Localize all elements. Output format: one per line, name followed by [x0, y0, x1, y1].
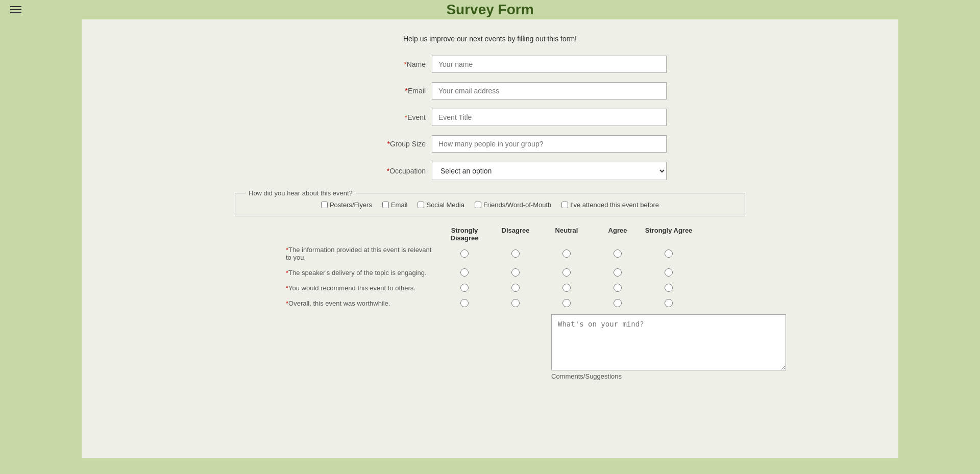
- form-container: Help us improve our next events by filli…: [82, 19, 898, 458]
- q2-neutral[interactable]: [562, 268, 571, 277]
- checkbox-email-input[interactable]: [382, 202, 389, 208]
- occupation-row: *Occupation Select an option Student Emp…: [102, 162, 878, 180]
- q3-neutral[interactable]: [562, 284, 571, 292]
- checkbox-posters-input[interactable]: [321, 202, 328, 208]
- rating-header-disagree: Disagree: [490, 227, 541, 242]
- rating-question-1-options: [439, 250, 694, 258]
- rating-header-agree: Agree: [592, 227, 643, 242]
- rating-question-1: *The information provided at this event …: [286, 246, 694, 261]
- checkbox-social[interactable]: Social Media: [418, 201, 464, 209]
- rating-question-4-options: [439, 299, 694, 307]
- q1-disagree[interactable]: [511, 250, 520, 258]
- q4-strongly-agree[interactable]: [665, 299, 673, 307]
- q2-strongly-agree[interactable]: [665, 268, 673, 277]
- q4-neutral[interactable]: [562, 299, 571, 307]
- q3-strongly-disagree[interactable]: [460, 284, 469, 292]
- rating-headers: Strongly Disagree Disagree Neutral Agree…: [439, 227, 694, 242]
- q1-strongly-disagree[interactable]: [460, 250, 469, 258]
- rating-header-strongly-disagree: Strongly Disagree: [439, 227, 490, 242]
- hear-about-legend: How did you hear about this event?: [246, 189, 356, 197]
- checkbox-friends[interactable]: Friends/Word-of-Mouth: [475, 201, 551, 209]
- menu-icon[interactable]: [10, 6, 21, 13]
- q3-strongly-agree[interactable]: [665, 284, 673, 292]
- rating-header-strongly-agree: Strongly Agree: [643, 227, 694, 242]
- q3-agree[interactable]: [614, 284, 622, 292]
- q2-agree[interactable]: [614, 268, 622, 277]
- name-label: *Name: [313, 60, 426, 68]
- comment-textarea[interactable]: [551, 314, 786, 370]
- q1-agree[interactable]: [614, 250, 622, 258]
- form-subtitle: Help us improve our next events by filli…: [102, 35, 878, 43]
- rating-question-3-options: [439, 284, 694, 292]
- checkboxes-row: Posters/Flyers Email Social Media Friend…: [246, 201, 734, 209]
- rating-question-4: *Overall, this event was worthwhile.: [286, 299, 694, 307]
- q1-strongly-agree[interactable]: [665, 250, 673, 258]
- rating-question-2-options: [439, 268, 694, 277]
- comment-section: [102, 314, 878, 370]
- group-size-label: *Group Size: [313, 140, 426, 148]
- email-row: *Email: [102, 82, 878, 99]
- q2-strongly-disagree[interactable]: [460, 268, 469, 277]
- comment-label-row: Comments/Suggestions: [102, 372, 878, 380]
- q4-disagree[interactable]: [511, 299, 520, 307]
- rating-header-neutral: Neutral: [541, 227, 592, 242]
- email-label: *Email: [313, 87, 426, 95]
- group-size-input[interactable]: [432, 135, 667, 153]
- occupation-select[interactable]: Select an option Student Employee Freela…: [432, 162, 667, 180]
- email-input[interactable]: [432, 82, 667, 99]
- checkbox-social-input[interactable]: [418, 202, 424, 208]
- rating-question-1-text: *The information provided at this event …: [286, 246, 439, 261]
- q1-neutral[interactable]: [562, 250, 571, 258]
- hear-about-fieldset: How did you hear about this event? Poste…: [235, 189, 745, 216]
- event-row: *Event: [102, 109, 878, 126]
- rating-header-row: Strongly Disagree Disagree Neutral Agree…: [286, 227, 694, 242]
- q4-agree[interactable]: [614, 299, 622, 307]
- rating-table: Strongly Disagree Disagree Neutral Agree…: [286, 227, 694, 307]
- event-input[interactable]: [432, 109, 667, 126]
- checkbox-friends-input[interactable]: [475, 202, 481, 208]
- checkbox-attended[interactable]: I've attended this event before: [561, 201, 659, 209]
- name-input[interactable]: [432, 56, 667, 73]
- rating-question-2: *The speaker's delivery of the topic is …: [286, 268, 694, 277]
- q3-disagree[interactable]: [511, 284, 520, 292]
- checkbox-posters[interactable]: Posters/Flyers: [321, 201, 372, 209]
- comment-label: Comments/Suggestions: [551, 372, 786, 380]
- occupation-label: *Occupation: [313, 167, 426, 175]
- checkbox-attended-input[interactable]: [561, 202, 568, 208]
- rating-question-2-text: *The speaker's delivery of the topic is …: [286, 269, 439, 277]
- q2-disagree[interactable]: [511, 268, 520, 277]
- checkbox-email[interactable]: Email: [382, 201, 408, 209]
- group-size-row: *Group Size: [102, 135, 878, 153]
- q4-strongly-disagree[interactable]: [460, 299, 469, 307]
- event-label: *Event: [313, 113, 426, 121]
- name-row: *Name: [102, 56, 878, 73]
- rating-question-3: *You would recommend this event to other…: [286, 284, 694, 292]
- page-title: Survey Form: [446, 2, 533, 18]
- rating-question-3-text: *You would recommend this event to other…: [286, 284, 439, 292]
- rating-question-4-text: *Overall, this event was worthwhile.: [286, 300, 439, 307]
